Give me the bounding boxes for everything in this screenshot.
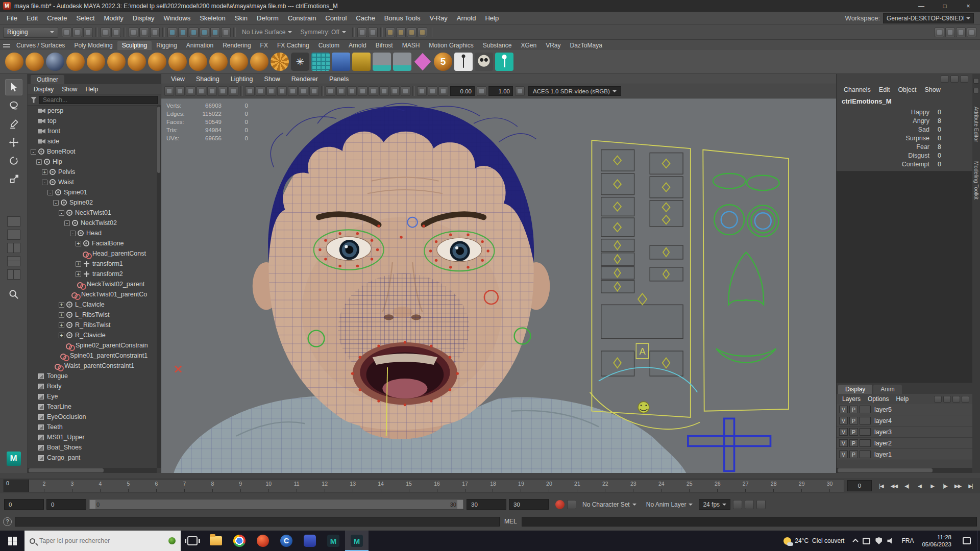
viewport-toolbar-icon[interactable] bbox=[321, 86, 324, 96]
animation-preferences-icon[interactable] bbox=[756, 500, 766, 509]
statusline-icon[interactable] bbox=[62, 28, 71, 37]
rotate-tool[interactable] bbox=[5, 153, 22, 169]
chrome-button[interactable] bbox=[228, 531, 251, 551]
shelf-tool-icon[interactable] bbox=[87, 53, 105, 71]
statusline-icon[interactable] bbox=[95, 28, 98, 37]
playback-button[interactable]: ◀| bbox=[900, 480, 913, 492]
shelf-tool-icon[interactable] bbox=[332, 53, 350, 71]
layout-two-pane-side-button[interactable] bbox=[7, 243, 20, 253]
command-language-label[interactable]: MEL bbox=[503, 518, 519, 525]
outliner-tree-row[interactable]: Waist_parentConstraint1 bbox=[28, 361, 157, 371]
hidden-icons-chevron[interactable] bbox=[853, 539, 859, 544]
statusline-icon[interactable] bbox=[407, 28, 416, 37]
outliner-tree-row[interactable]: - Spine01 bbox=[28, 187, 157, 197]
outliner-tree-row[interactable]: + Pelvis bbox=[28, 167, 157, 177]
playback-button[interactable]: ▶| bbox=[964, 480, 977, 492]
layer-playback-toggle[interactable]: P bbox=[849, 417, 858, 424]
outliner-tree-row[interactable]: Teeth bbox=[28, 422, 157, 432]
sidebar-icon[interactable] bbox=[973, 78, 979, 84]
exposure-field[interactable] bbox=[450, 86, 475, 96]
statusline-icon[interactable] bbox=[233, 28, 236, 37]
outliner-tree-row[interactable]: Eye bbox=[28, 391, 157, 402]
layer-visibility-toggle[interactable]: V bbox=[839, 417, 848, 424]
vertical-panel-tab[interactable]: Modeling Toolkit bbox=[973, 155, 979, 206]
selected-node-name[interactable]: ctrlEmotions_M bbox=[837, 95, 972, 107]
outliner-horizontal-scrollbar[interactable] bbox=[28, 468, 157, 473]
layer-editor-tab[interactable]: Display bbox=[838, 385, 872, 394]
mute-sound-icon[interactable] bbox=[733, 500, 742, 509]
viewport-toolbar-icon[interactable] bbox=[207, 86, 217, 96]
outliner-vertical-scrollbar[interactable] bbox=[157, 106, 161, 468]
layer-playback-toggle[interactable]: P bbox=[849, 439, 858, 447]
viewport-toolbar-icon[interactable] bbox=[336, 86, 346, 96]
playback-button[interactable]: ▶▶ bbox=[951, 480, 964, 492]
viewport-toolbar-icon[interactable] bbox=[358, 86, 368, 96]
menu-item[interactable]: Edit bbox=[22, 12, 42, 24]
layer-playback-toggle[interactable]: P bbox=[849, 428, 858, 436]
expand-toggle-icon[interactable]: - bbox=[59, 210, 64, 216]
tray-security-icon[interactable] bbox=[875, 537, 882, 544]
outliner-tree-row[interactable]: Spine01_parentConstraint1 bbox=[28, 350, 157, 361]
channelbox-option-icon[interactable] bbox=[950, 76, 959, 83]
statusline-icon[interactable] bbox=[189, 28, 199, 37]
shelf-tab[interactable]: Custom bbox=[314, 41, 344, 50]
outliner-tree-row[interactable]: NeckTwist01_parentCo bbox=[28, 289, 157, 299]
outliner-tree-row[interactable]: front bbox=[28, 126, 157, 136]
playback-button[interactable]: ▶ bbox=[926, 480, 939, 492]
layer-type-box[interactable] bbox=[860, 428, 871, 436]
shelf-tab[interactable]: Motion Graphics bbox=[424, 41, 478, 50]
viewport-toolbar-icon[interactable] bbox=[266, 86, 276, 96]
layer-menu-item[interactable]: Help bbox=[892, 395, 912, 403]
shelf-tool-icon[interactable] bbox=[230, 53, 248, 71]
menu-set-dropdown[interactable]: Rigging bbox=[3, 27, 58, 38]
statusline-icon[interactable] bbox=[385, 28, 395, 37]
outliner-menu-item[interactable]: Display bbox=[30, 84, 58, 94]
shelf-tool-icon[interactable] bbox=[352, 53, 371, 71]
statusline-icon[interactable] bbox=[124, 28, 126, 37]
outliner-tree-row[interactable]: - Spine02 bbox=[28, 197, 157, 208]
statusline-icon[interactable] bbox=[167, 28, 177, 37]
animation-end-field[interactable]: 30 bbox=[509, 499, 549, 510]
shelf-tool-icon[interactable] bbox=[189, 53, 207, 71]
shelf-tool-icon[interactable] bbox=[128, 53, 146, 71]
viewport-toolbar-icon[interactable] bbox=[277, 86, 287, 96]
shelf-tool-icon[interactable] bbox=[66, 53, 85, 71]
statusline-icon[interactable] bbox=[101, 28, 110, 37]
fps-dropdown[interactable]: 24 fps bbox=[699, 499, 730, 510]
sidebar-icon[interactable] bbox=[973, 88, 979, 93]
outliner-tree-row[interactable]: Cargo_pant bbox=[28, 453, 157, 463]
attribute-value-field[interactable]: 0 bbox=[936, 109, 972, 116]
maya-active-taskbar-button[interactable] bbox=[345, 531, 369, 551]
lasso-tool[interactable] bbox=[5, 97, 22, 114]
gamma-icon[interactable] bbox=[515, 86, 525, 96]
expand-toggle-icon[interactable]: + bbox=[76, 271, 81, 277]
menu-item[interactable]: V-Ray bbox=[425, 12, 452, 24]
live-surface-indicator[interactable]: No Live Surface bbox=[238, 27, 296, 38]
viewport-toolbar-icon[interactable] bbox=[218, 86, 228, 96]
outliner-tree-row[interactable]: - Hip bbox=[28, 157, 157, 167]
menu-item[interactable]: Arnold bbox=[452, 12, 481, 24]
statusline-icon[interactable] bbox=[352, 28, 355, 37]
outliner-tree-row[interactable]: Head_parentConst bbox=[28, 248, 157, 259]
shelf-tab[interactable]: Substance bbox=[478, 41, 517, 50]
statusline-icon[interactable] bbox=[162, 28, 165, 37]
shelf-tab[interactable]: XGen bbox=[516, 41, 541, 50]
outliner-tree-row[interactable]: - Waist bbox=[28, 177, 157, 187]
menu-item[interactable]: Deform bbox=[252, 12, 283, 24]
anim-layer-dropdown[interactable]: No Anim Layer bbox=[643, 499, 697, 510]
shelf-tab[interactable]: VRay bbox=[541, 41, 565, 50]
viewport-toolbar-icon[interactable] bbox=[256, 86, 265, 96]
outliner-tree-row[interactable]: + transform2 bbox=[28, 269, 157, 279]
search-highlights-icon[interactable] bbox=[168, 537, 176, 544]
minimize-button[interactable]: — bbox=[910, 0, 933, 12]
shelf-tool-icon[interactable] bbox=[413, 53, 432, 71]
statusline-icon[interactable] bbox=[200, 28, 209, 37]
outliner-tree-row[interactable]: - Head bbox=[28, 228, 157, 238]
current-time-field[interactable]: 0 bbox=[847, 480, 872, 491]
restore-button[interactable]: □ bbox=[933, 0, 957, 12]
shelf-tool-icon[interactable] bbox=[393, 53, 411, 71]
shelf-tool-icon[interactable] bbox=[475, 53, 493, 71]
taskbar-search-input[interactable] bbox=[39, 537, 164, 544]
outliner-tree-row[interactable]: Body bbox=[28, 381, 157, 391]
command-input[interactable] bbox=[15, 517, 500, 527]
